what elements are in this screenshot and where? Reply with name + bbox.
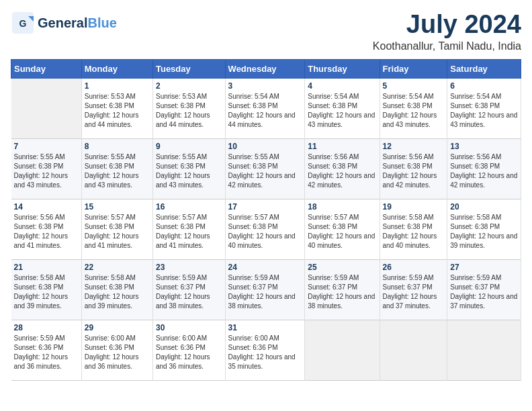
cell-sun-info: Sunrise: 5:59 AM Sunset: 6:37 PM Dayligh… [308,273,376,311]
cell-day-number: 12 [383,142,445,151]
calendar-cell: 31Sunrise: 6:00 AM Sunset: 6:36 PM Dayli… [225,320,305,380]
calendar-cell: 19Sunrise: 5:58 AM Sunset: 6:38 PM Dayli… [380,199,447,259]
calendar-cell: 8Sunrise: 5:55 AM Sunset: 6:38 PM Daylig… [81,138,152,199]
cell-day-number: 13 [450,142,518,151]
cell-sun-info: Sunrise: 5:56 AM Sunset: 6:38 PM Dayligh… [14,213,79,250]
cell-day-number: 28 [14,323,79,332]
cell-day-number: 9 [156,142,222,151]
cell-day-number: 1 [85,81,150,91]
cell-day-number: 19 [383,202,445,212]
calendar-cell: 26Sunrise: 5:59 AM Sunset: 6:37 PM Dayli… [380,259,447,320]
calendar-table: SundayMondayTuesdayWednesdayThursdayFrid… [11,59,521,381]
cell-day-number: 21 [14,263,79,272]
calendar-cell: 7Sunrise: 5:55 AM Sunset: 6:38 PM Daylig… [11,138,82,199]
calendar-cell: 17Sunrise: 5:57 AM Sunset: 6:38 PM Dayli… [225,199,305,259]
cell-day-number: 7 [14,142,79,151]
calendar-cell: 12Sunrise: 5:56 AM Sunset: 6:38 PM Dayli… [380,138,447,199]
header: G GeneralBlue July 2024 Koothanallur, Ta… [11,11,521,52]
calendar-cell: 15Sunrise: 5:57 AM Sunset: 6:38 PM Dayli… [81,199,152,259]
calendar-cell [305,320,380,380]
cell-sun-info: Sunrise: 5:57 AM Sunset: 6:38 PM Dayligh… [156,213,222,250]
cell-sun-info: Sunrise: 5:56 AM Sunset: 6:38 PM Dayligh… [383,152,445,190]
header-day-monday: Monday [81,59,152,78]
calendar-cell: 10Sunrise: 5:55 AM Sunset: 6:38 PM Dayli… [225,138,305,199]
cell-sun-info: Sunrise: 5:59 AM Sunset: 6:37 PM Dayligh… [450,273,518,311]
cell-day-number: 18 [308,202,376,212]
cell-day-number: 31 [228,323,302,332]
calendar-cell: 29Sunrise: 6:00 AM Sunset: 6:36 PM Dayli… [81,320,152,380]
calendar-cell: 4Sunrise: 5:54 AM Sunset: 6:38 PM Daylig… [305,78,380,138]
cell-day-number: 8 [85,142,150,151]
cell-sun-info: Sunrise: 5:54 AM Sunset: 6:38 PM Dayligh… [450,92,518,130]
header-day-tuesday: Tuesday [152,59,225,78]
cell-sun-info: Sunrise: 6:00 AM Sunset: 6:36 PM Dayligh… [156,334,222,371]
cell-day-number: 11 [308,142,376,151]
cell-sun-info: Sunrise: 5:54 AM Sunset: 6:38 PM Dayligh… [228,92,302,130]
logo-icon: G [11,11,35,35]
cell-day-number: 29 [85,323,150,332]
calendar-cell: 1Sunrise: 5:53 AM Sunset: 6:38 PM Daylig… [81,78,152,138]
calendar-cell: 21Sunrise: 5:58 AM Sunset: 6:38 PM Dayli… [11,259,82,320]
calendar-cell: 23Sunrise: 5:59 AM Sunset: 6:37 PM Dayli… [152,259,225,320]
cell-sun-info: Sunrise: 5:57 AM Sunset: 6:38 PM Dayligh… [228,213,302,250]
header-day-saturday: Saturday [447,59,521,78]
cell-sun-info: Sunrise: 5:58 AM Sunset: 6:38 PM Dayligh… [383,213,445,250]
calendar-body: 1Sunrise: 5:53 AM Sunset: 6:38 PM Daylig… [11,78,521,380]
calendar-cell: 27Sunrise: 5:59 AM Sunset: 6:37 PM Dayli… [447,259,521,320]
cell-day-number: 17 [228,202,302,212]
calendar-week-row: 7Sunrise: 5:55 AM Sunset: 6:38 PM Daylig… [11,138,521,199]
cell-day-number: 26 [383,263,445,272]
cell-day-number: 3 [228,81,302,91]
calendar-cell [447,320,521,380]
calendar-week-row: 28Sunrise: 5:59 AM Sunset: 6:36 PM Dayli… [11,320,521,380]
cell-day-number: 10 [228,142,302,151]
cell-sun-info: Sunrise: 5:59 AM Sunset: 6:37 PM Dayligh… [383,273,445,311]
svg-text:G: G [19,18,27,29]
cell-day-number: 2 [156,81,222,91]
calendar-cell: 6Sunrise: 5:54 AM Sunset: 6:38 PM Daylig… [447,78,521,138]
cell-day-number: 16 [156,202,222,212]
calendar-week-row: 1Sunrise: 5:53 AM Sunset: 6:38 PM Daylig… [11,78,521,138]
calendar-cell: 24Sunrise: 5:59 AM Sunset: 6:37 PM Dayli… [225,259,305,320]
logo: G GeneralBlue [11,11,117,35]
cell-sun-info: Sunrise: 5:58 AM Sunset: 6:38 PM Dayligh… [85,273,150,311]
cell-sun-info: Sunrise: 5:55 AM Sunset: 6:38 PM Dayligh… [14,152,79,190]
cell-day-number: 22 [85,263,150,272]
month-title: July 2024 [373,11,521,39]
calendar-week-row: 14Sunrise: 5:56 AM Sunset: 6:38 PM Dayli… [11,199,521,259]
cell-day-number: 25 [308,263,376,272]
cell-day-number: 5 [383,81,445,91]
cell-sun-info: Sunrise: 5:57 AM Sunset: 6:38 PM Dayligh… [308,213,376,250]
cell-sun-info: Sunrise: 6:00 AM Sunset: 6:36 PM Dayligh… [228,334,302,371]
calendar-cell: 28Sunrise: 5:59 AM Sunset: 6:36 PM Dayli… [11,320,82,380]
calendar-cell: 30Sunrise: 6:00 AM Sunset: 6:36 PM Dayli… [152,320,225,380]
cell-sun-info: Sunrise: 5:57 AM Sunset: 6:38 PM Dayligh… [85,213,150,250]
cell-day-number: 6 [450,81,518,91]
calendar-cell: 2Sunrise: 5:53 AM Sunset: 6:38 PM Daylig… [152,78,225,138]
calendar-cell: 3Sunrise: 5:54 AM Sunset: 6:38 PM Daylig… [225,78,305,138]
cell-sun-info: Sunrise: 5:55 AM Sunset: 6:38 PM Dayligh… [228,152,302,190]
cell-sun-info: Sunrise: 5:53 AM Sunset: 6:38 PM Dayligh… [85,92,150,130]
calendar-cell [11,78,82,138]
cell-sun-info: Sunrise: 5:59 AM Sunset: 6:37 PM Dayligh… [156,273,222,311]
cell-day-number: 27 [450,263,518,272]
calendar-cell: 13Sunrise: 5:56 AM Sunset: 6:38 PM Dayli… [447,138,521,199]
cell-sun-info: Sunrise: 5:56 AM Sunset: 6:38 PM Dayligh… [308,152,376,190]
cell-day-number: 4 [308,81,376,91]
cell-day-number: 30 [156,323,222,332]
title-area: July 2024 Koothanallur, Tamil Nadu, Indi… [373,11,521,52]
logo-blue-text: Blue [87,15,116,30]
calendar-cell: 20Sunrise: 5:58 AM Sunset: 6:38 PM Dayli… [447,199,521,259]
header-day-wednesday: Wednesday [225,59,305,78]
calendar-cell: 11Sunrise: 5:56 AM Sunset: 6:38 PM Dayli… [305,138,380,199]
cell-sun-info: Sunrise: 5:58 AM Sunset: 6:38 PM Dayligh… [14,273,79,311]
cell-day-number: 15 [85,202,150,212]
calendar-cell: 22Sunrise: 5:58 AM Sunset: 6:38 PM Dayli… [81,259,152,320]
calendar-cell: 18Sunrise: 5:57 AM Sunset: 6:38 PM Dayli… [305,199,380,259]
logo-general-text: General [38,15,87,30]
calendar-cell: 14Sunrise: 5:56 AM Sunset: 6:38 PM Dayli… [11,199,82,259]
cell-day-number: 20 [450,202,518,212]
location-title: Koothanallur, Tamil Nadu, India [373,40,521,52]
calendar-header-row: SundayMondayTuesdayWednesdayThursdayFrid… [11,59,521,78]
cell-sun-info: Sunrise: 5:59 AM Sunset: 6:37 PM Dayligh… [228,273,302,311]
